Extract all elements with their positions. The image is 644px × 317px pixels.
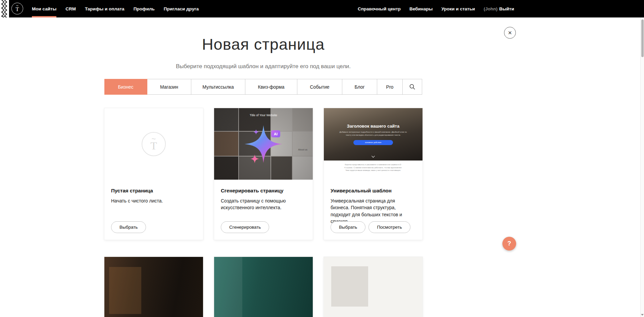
card-title: Универсальный шаблон bbox=[331, 188, 416, 193]
close-button[interactable]: ✕ bbox=[504, 27, 516, 39]
template-thumbnail-dark bbox=[104, 257, 203, 317]
preview-hero-subtitle: Добавьте интересные подробности о вашей … bbox=[338, 131, 409, 137]
template-card-partial-3[interactable] bbox=[324, 257, 423, 317]
user-logout[interactable]: (John) Выйти bbox=[484, 0, 514, 17]
card-description: Начать с чистого листа. bbox=[111, 197, 196, 204]
chevron-down-icon bbox=[371, 154, 375, 158]
universal-template-preview: Заголовок вашего сайта Добавьте интересн… bbox=[324, 108, 423, 180]
template-cards-row-2 bbox=[104, 257, 423, 317]
preview-body-section: Коротко представьтесь и расскажите о ком… bbox=[324, 161, 423, 180]
card-body: Сгенерировать страницу Создать страницу … bbox=[214, 180, 313, 240]
watermark-letter: T bbox=[150, 141, 157, 151]
template-card-ai-generate[interactable]: Title of Your Website About us bbox=[214, 108, 313, 240]
preview-hero-title: Заголовок вашего сайта bbox=[324, 108, 423, 129]
logout-link[interactable]: Выйти bbox=[499, 6, 514, 11]
tab-store[interactable]: Магазин bbox=[147, 79, 191, 94]
scrollbar[interactable] bbox=[640, 17, 644, 317]
zigzag-decoration bbox=[0, 0, 9, 17]
nav-item-lessons[interactable]: Уроки и статьи bbox=[441, 0, 475, 17]
template-category-tabs: Бизнес Магазин Мультиссылка Квиз-форма С… bbox=[104, 79, 422, 95]
template-card-blank[interactable]: ~ T Пустая страница Начать с чистого лис… bbox=[104, 108, 203, 240]
card-body: Пустая страница Начать с чистого листа. … bbox=[104, 180, 203, 240]
preview-cta-button: основное действие bbox=[353, 140, 393, 145]
user-name: (John) bbox=[484, 6, 497, 11]
ai-sparkle-icon bbox=[237, 117, 290, 171]
tilda-logo-watermark: ~ T bbox=[142, 132, 166, 156]
ai-collage-preview: Title of Your Website About us bbox=[214, 108, 313, 180]
zigzag-pattern-icon bbox=[1, 0, 9, 17]
card-actions: Выбрать bbox=[111, 221, 146, 233]
ai-badge: AI bbox=[271, 130, 280, 137]
tilda-logo[interactable]: ~ T bbox=[11, 3, 23, 14]
main-nav: Мои сайты CRM Тарифы и оплата Профиль Пр… bbox=[32, 0, 199, 17]
template-cards-row-1: ~ T Пустая страница Начать с чистого лис… bbox=[104, 108, 423, 240]
card-body: Универсальный шаблон Универсальная стран… bbox=[324, 180, 423, 240]
tab-blog[interactable]: Блог bbox=[342, 79, 377, 94]
collage-about-caption: About us bbox=[298, 148, 307, 151]
card-title: Пустая страница bbox=[111, 188, 196, 193]
search-icon bbox=[409, 84, 415, 90]
tab-quiz-form[interactable]: Квиз-форма bbox=[245, 79, 297, 94]
template-card-partial-1[interactable] bbox=[104, 257, 203, 317]
tab-pro[interactable]: Pro bbox=[377, 79, 403, 94]
preview-body-text: Коротко представьтесь и расскажите о ком… bbox=[344, 163, 402, 180]
tilda-logo-letter: T bbox=[15, 7, 19, 12]
tab-search[interactable] bbox=[403, 79, 422, 94]
collage-site-title: Title of Your Website bbox=[214, 114, 313, 117]
nav-item-pricing[interactable]: Тарифы и оплата bbox=[85, 0, 125, 17]
template-card-partial-2[interactable] bbox=[214, 257, 313, 317]
nav-item-crm[interactable]: CRM bbox=[65, 0, 76, 17]
page-subtitle: Выберите подходящий шаблон и адаптируйте… bbox=[0, 63, 527, 70]
secondary-nav: Справочный центр Вебинары Уроки и статьи… bbox=[358, 0, 514, 17]
card-actions: Сгенерировать bbox=[221, 221, 269, 233]
tab-multilink[interactable]: Мультиссылка bbox=[191, 79, 245, 94]
nav-item-invite-friend[interactable]: Пригласи друга bbox=[164, 0, 199, 17]
card-actions: Выбрать Посмотреть bbox=[331, 221, 410, 233]
template-card-universal[interactable]: Заголовок вашего сайта Добавьте интересн… bbox=[324, 108, 423, 240]
template-thumbnail-teal bbox=[214, 257, 313, 317]
card-title: Сгенерировать страницу bbox=[221, 188, 306, 193]
template-thumbnail-light bbox=[324, 257, 423, 317]
view-universal-button[interactable]: Посмотреть bbox=[368, 221, 410, 233]
preview-hero: Заголовок вашего сайта Добавьте интересн… bbox=[324, 108, 423, 161]
select-universal-button[interactable]: Выбрать bbox=[331, 221, 365, 233]
card-description: Универсальная страница для бизнеса. Поня… bbox=[331, 197, 415, 225]
nav-item-my-sites[interactable]: Мои сайты bbox=[32, 0, 56, 17]
card-description: Создать страницу с помощью искусственног… bbox=[221, 197, 305, 211]
help-button[interactable]: ? bbox=[502, 237, 516, 251]
nav-item-webinars[interactable]: Вебинары bbox=[409, 0, 433, 17]
tab-event[interactable]: Событие bbox=[297, 79, 342, 94]
nav-item-profile[interactable]: Профиль bbox=[134, 0, 155, 17]
generate-button[interactable]: Сгенерировать bbox=[221, 221, 269, 233]
top-navbar: ~ T Мои сайты CRM Тарифы и оплата Профил… bbox=[0, 0, 644, 17]
scrollbar-down-arrow[interactable] bbox=[641, 314, 644, 316]
scrollbar-thumb[interactable] bbox=[641, 19, 644, 57]
select-blank-button[interactable]: Выбрать bbox=[111, 221, 146, 233]
blank-page-preview: ~ T bbox=[104, 108, 203, 180]
tab-business[interactable]: Бизнес bbox=[104, 79, 147, 95]
nav-item-help-center[interactable]: Справочный центр bbox=[358, 0, 401, 17]
page-title: Новая страница bbox=[0, 35, 527, 53]
